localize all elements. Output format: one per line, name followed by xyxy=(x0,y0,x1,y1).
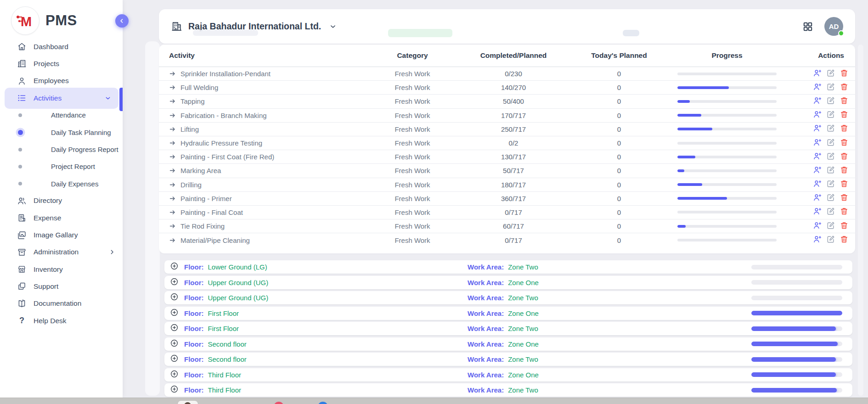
edit-button[interactable] xyxy=(826,221,835,232)
delete-button[interactable] xyxy=(840,110,849,121)
activity-row[interactable]: Tie Rod FixingFresh Work60/7170 xyxy=(159,219,855,233)
edit-button[interactable] xyxy=(826,96,835,107)
expand-button[interactable] xyxy=(170,385,179,395)
sidebar-subitem-label: Daily Expenses xyxy=(51,180,98,188)
sidebar-subitem-project-report[interactable]: Project Report xyxy=(0,158,123,175)
sidebar-item-activities[interactable]: Activities xyxy=(5,88,118,109)
edit-button[interactable] xyxy=(826,207,835,218)
sidebar-item-help-desk[interactable]: ?Help Desk xyxy=(0,312,123,329)
expand-button[interactable] xyxy=(170,308,179,319)
floor-row[interactable]: Floor:Upper Ground (UG)Work Area:Zone On… xyxy=(164,276,852,289)
assign-user-button[interactable] xyxy=(813,96,822,107)
delete-button[interactable] xyxy=(840,123,849,135)
sidebar-item-dashboard[interactable]: Dashboard xyxy=(0,38,123,55)
sidebar-subitem-daily-expenses[interactable]: Daily Expenses xyxy=(0,175,123,192)
activity-row[interactable]: DrillingFresh Work180/7170 xyxy=(159,178,855,192)
circle-plus-icon xyxy=(170,292,179,303)
activity-row[interactable]: LiftingFresh Work250/7170 xyxy=(159,123,855,136)
floor-row[interactable]: Floor:Third FloorWork Area:Zone One xyxy=(164,368,852,382)
expand-button[interactable] xyxy=(170,370,179,380)
activity-row[interactable]: Hydraulic Pressure TestingFresh Work0/20 xyxy=(159,136,855,150)
delete-button[interactable] xyxy=(840,96,849,107)
floor-row[interactable]: Floor:Lower Ground (LG)Work Area:Zone Tw… xyxy=(164,260,852,274)
edit-button[interactable] xyxy=(826,138,835,149)
expand-button[interactable] xyxy=(170,292,179,303)
activity-row[interactable]: Painting - PrimerFresh Work360/7170 xyxy=(159,192,855,206)
activity-row[interactable]: Painting - Final CoatFresh Work0/7170 xyxy=(159,206,855,219)
sidebar-item-projects[interactable]: Projects xyxy=(0,55,123,72)
activity-row[interactable]: Marking AreaFresh Work50/7170 xyxy=(159,164,855,178)
sidebar-subitem-daily-progress-report[interactable]: Daily Progress Report xyxy=(0,141,123,158)
edit-button[interactable] xyxy=(826,68,835,79)
floor-row[interactable]: Floor:Upper Ground (UG)Work Area:Zone Tw… xyxy=(164,291,852,304)
expand-button[interactable] xyxy=(170,339,179,349)
floor-row[interactable]: Floor:Second floorWork Area:Zone One xyxy=(164,337,852,351)
assign-user-button[interactable] xyxy=(813,193,822,204)
edit-button[interactable] xyxy=(826,235,835,246)
sidebar-item-expense[interactable]: Expense xyxy=(0,209,123,226)
activity-row[interactable]: Sprinkler Installation-PendantFresh Work… xyxy=(159,67,855,81)
assign-user-button[interactable] xyxy=(813,179,822,190)
delete-button[interactable] xyxy=(840,221,849,232)
edit-button[interactable] xyxy=(826,123,835,135)
sidebar-item-directory[interactable]: Directory xyxy=(0,192,123,209)
user-avatar[interactable]: AD xyxy=(824,17,843,36)
assign-user-button[interactable] xyxy=(813,138,822,149)
assign-user-button[interactable] xyxy=(813,221,822,232)
sidebar-item-documentation[interactable]: Documentation xyxy=(0,295,123,312)
edit-button[interactable] xyxy=(826,193,835,204)
assign-user-button[interactable] xyxy=(813,68,822,79)
assign-user-button[interactable] xyxy=(813,123,822,135)
activity-row[interactable]: Material/Pipe CleaningFresh Work0/7170 xyxy=(159,233,855,247)
assign-user-button[interactable] xyxy=(813,235,822,246)
delete-button[interactable] xyxy=(840,152,849,163)
assign-user-button[interactable] xyxy=(813,152,822,163)
floor-row[interactable]: Floor:First FloorWork Area:Zone Two xyxy=(164,322,852,335)
scrollbar-gutter[interactable] xyxy=(858,45,863,396)
delete-button[interactable] xyxy=(840,138,849,149)
taskbar-blue-app-icon[interactable] xyxy=(318,402,328,404)
expand-button[interactable] xyxy=(170,262,179,272)
delete-button[interactable] xyxy=(840,207,849,218)
delete-button[interactable] xyxy=(840,179,849,190)
edit-button[interactable] xyxy=(826,152,835,163)
activity-row[interactable]: TappingFresh Work50/4000 xyxy=(159,95,855,108)
floor-row[interactable]: Floor:Third FloorWork Area:Zone Two xyxy=(164,383,852,397)
activity-row[interactable]: Full WeldingFresh Work140/2700 xyxy=(159,81,855,95)
sidebar-item-inventory[interactable]: Inventory xyxy=(0,261,123,278)
edit-button[interactable] xyxy=(826,179,835,190)
sidebar-item-administration[interactable]: Administration xyxy=(0,244,123,261)
work-area-group: Work Area:Zone Two xyxy=(468,294,538,302)
actions-cell xyxy=(780,152,849,163)
sidebar-collapse-button[interactable] xyxy=(115,14,129,28)
assign-user-button[interactable] xyxy=(813,207,822,218)
sidebar-item-support[interactable]: Support xyxy=(0,278,123,295)
assign-user-button[interactable] xyxy=(813,165,822,176)
taskbar-app-tile[interactable] xyxy=(178,401,198,404)
floor-row[interactable]: Floor:First FloorWork Area:Zone One xyxy=(164,307,852,320)
floor-row[interactable]: Floor:Second floorWork Area:Zone Two xyxy=(164,353,852,366)
sidebar-item-image-gallary[interactable]: Image Gallary xyxy=(0,226,123,243)
expand-button[interactable] xyxy=(170,277,179,288)
assign-user-button[interactable] xyxy=(813,110,822,121)
edit-icon xyxy=(826,138,835,149)
sidebar-subitem-attendance[interactable]: Attendance xyxy=(0,107,123,123)
expand-button[interactable] xyxy=(170,323,179,334)
delete-button[interactable] xyxy=(840,193,849,204)
delete-button[interactable] xyxy=(840,235,849,246)
apps-grid-button[interactable] xyxy=(802,21,813,32)
delete-button[interactable] xyxy=(840,82,849,93)
expand-button[interactable] xyxy=(170,354,179,365)
delete-button[interactable] xyxy=(840,165,849,176)
delete-button[interactable] xyxy=(840,68,849,79)
sidebar-item-employees[interactable]: Employees xyxy=(0,73,123,90)
edit-button[interactable] xyxy=(826,110,835,121)
edit-button[interactable] xyxy=(826,82,835,93)
taskbar-red-app-icon[interactable] xyxy=(274,402,284,404)
activity-row[interactable]: Painting - First Coat (Fire Red)Fresh Wo… xyxy=(159,150,855,164)
edit-button[interactable] xyxy=(826,165,835,176)
progress-bar xyxy=(677,114,777,117)
sidebar-subitem-daily-task-planning[interactable]: Daily Task Planning xyxy=(0,124,123,141)
assign-user-button[interactable] xyxy=(813,82,822,93)
activity-row[interactable]: Fabrication - Branch MakingFresh Work170… xyxy=(159,109,855,123)
